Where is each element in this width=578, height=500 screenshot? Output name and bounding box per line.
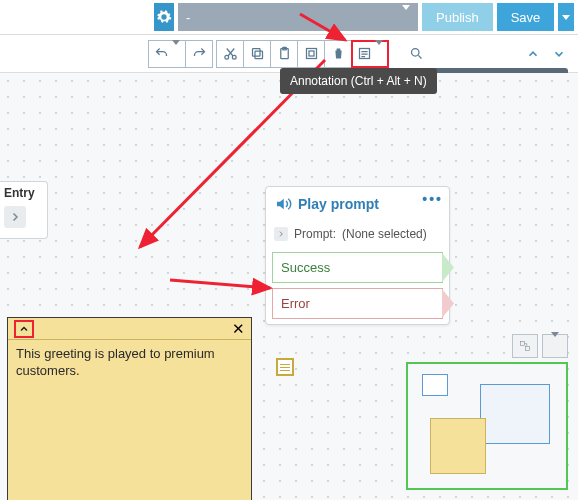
chevron-right-icon [9, 211, 21, 223]
minimap-note [430, 418, 486, 474]
node-menu-button[interactable]: ••• [422, 191, 443, 207]
search-button[interactable] [402, 40, 430, 68]
annotation-header: ✕ [8, 318, 251, 340]
svg-line-13 [418, 55, 421, 58]
minimap-tools [512, 334, 568, 358]
save-options-button[interactable] [558, 3, 574, 31]
save-button[interactable]: Save [497, 3, 555, 31]
collapse-button[interactable] [14, 320, 34, 338]
expand-down-button[interactable] [548, 43, 570, 65]
highlight-arrow [165, 250, 280, 300]
gear-icon [156, 9, 172, 25]
chevron-down-icon [551, 337, 559, 355]
prompt-value: (None selected) [342, 227, 427, 241]
settings-button[interactable] [154, 3, 174, 31]
entry-output[interactable] [4, 206, 26, 228]
linked-annotation-icon[interactable] [276, 358, 294, 376]
chevron-up-icon [526, 47, 540, 61]
branch-error[interactable]: Error [272, 288, 443, 319]
minimap-entry [422, 374, 448, 396]
svg-line-18 [170, 280, 270, 288]
title-bar: - Publish Save [0, 0, 578, 35]
toolbar-right [522, 43, 570, 65]
minimap[interactable] [406, 362, 568, 490]
svg-line-16 [300, 14, 345, 40]
chevron-down-icon [402, 10, 410, 25]
entry-label: Entry [4, 186, 43, 200]
entry-block[interactable]: Entry [0, 181, 48, 239]
chevron-down-icon [552, 47, 566, 61]
annotation-note[interactable]: ✕ This greeting is played to premium cus… [7, 317, 252, 500]
close-annotation-button[interactable]: ✕ [232, 320, 245, 338]
branch-success[interactable]: Success [272, 252, 443, 283]
chevron-down-icon [375, 45, 383, 63]
annotation-text[interactable]: This greeting is played to premium custo… [8, 340, 251, 500]
search-icon [409, 46, 424, 61]
snap-icon [518, 339, 532, 353]
flow-selector-label: - [186, 10, 190, 25]
minimap-toggle[interactable] [542, 334, 568, 358]
chevron-up-icon [18, 323, 30, 335]
svg-point-12 [411, 49, 419, 57]
publish-button[interactable]: Publish [422, 3, 493, 31]
highlight-arrow [290, 10, 360, 50]
svg-rect-14 [520, 341, 524, 345]
minimap-node [480, 384, 550, 444]
snap-button[interactable] [512, 334, 538, 358]
annotation-tooltip: Annotation (Ctrl + Alt + N) [280, 68, 437, 94]
svg-rect-15 [526, 347, 530, 351]
collapse-up-button[interactable] [522, 43, 544, 65]
